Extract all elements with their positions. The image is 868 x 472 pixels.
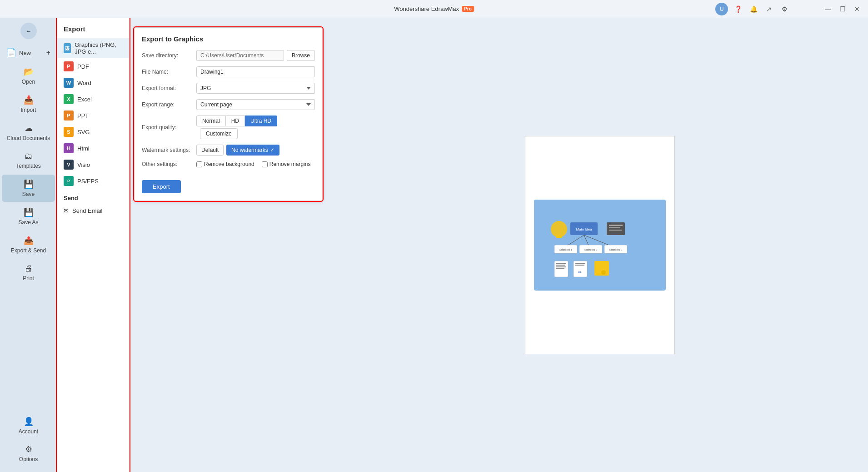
sidebar-item-import[interactable]: 📥 Import [2, 90, 55, 118]
file-name-input[interactable] [196, 66, 315, 77]
preview-area: Main Idea Subtopic 1 Subtopic 2 [332, 18, 868, 472]
settings-icon[interactable]: ⚙ [778, 3, 791, 15]
graphics-label: Graphics (PNG, JPG e... [75, 41, 122, 55]
visio-label: Visio [77, 161, 90, 168]
save-as-icon: 💾 [24, 207, 34, 217]
remove-margins-option[interactable]: Remove margins [262, 161, 311, 167]
sidebar-item-save-as[interactable]: 💾 Save As [2, 203, 55, 230]
minimize-button[interactable]: — [822, 3, 834, 15]
svg-text:Subtopic 2: Subtopic 2 [584, 248, 598, 251]
sidebar-item-new[interactable]: 📄 New + [2, 44, 55, 61]
format-item-svg[interactable]: S SVG [57, 124, 129, 140]
other-settings-row: Other settings: Remove background Remove… [142, 161, 315, 167]
watermark-none-button[interactable]: No watermarks ✓ [226, 145, 279, 156]
format-item-word[interactable]: W Word [57, 75, 129, 91]
watermark-row: Watermark settings: Default No watermark… [142, 145, 315, 156]
export-button[interactable]: Export [142, 180, 181, 193]
file-name-row: File Name: [142, 66, 315, 77]
close-button[interactable]: ✕ [851, 3, 863, 15]
html-format-icon: H [64, 143, 74, 153]
file-name-label: File Name: [142, 69, 196, 75]
format-item-ppt[interactable]: P PPT [57, 107, 129, 124]
back-button[interactable]: ← [20, 23, 37, 39]
format-item-graphics[interactable]: 🖼 Graphics (PNG, JPG e... [57, 38, 129, 58]
new-icon: 📄 [6, 48, 16, 58]
svg-text:Subtopic 1: Subtopic 1 [559, 248, 573, 251]
svg-point-28 [601, 270, 606, 275]
share-icon[interactable]: ↗ [763, 3, 775, 15]
pdf-label: PDF [77, 63, 89, 70]
svg-rect-20 [556, 265, 565, 266]
sidebar-print-label: Print [23, 275, 34, 281]
other-settings-options: Remove background Remove margins [196, 161, 315, 167]
sidebar-item-open[interactable]: 📂 Open [2, 62, 55, 90]
html-label: Html [77, 145, 90, 152]
save-directory-input-group: Browse [196, 50, 315, 61]
send-email-item[interactable]: ✉ Send Email [57, 204, 129, 217]
sidebar-save-as-label: Save As [18, 219, 38, 226]
export-range-select[interactable]: Current page All pages [196, 99, 315, 110]
options-icon: ⚙ [25, 444, 32, 454]
export-format-label: Export format: [142, 85, 196, 91]
word-label: Word [77, 80, 91, 86]
format-item-pseps[interactable]: P PS/EPS [57, 173, 129, 189]
sidebar-item-save[interactable]: 💾 Save [2, 175, 55, 202]
ppt-format-icon: P [64, 110, 74, 121]
sidebar-item-print[interactable]: 🖨 Print [2, 259, 55, 286]
customize-button[interactable]: Customize [200, 128, 238, 139]
save-directory-input[interactable] [196, 50, 284, 61]
sidebar-item-account[interactable]: 👤 Account [2, 412, 55, 439]
app-title: Wondershare EdrawMax Pro [394, 5, 474, 12]
watermark-label: Watermark settings: [142, 147, 196, 153]
quality-hd-button[interactable]: HD [226, 115, 245, 126]
sidebar-export-label: Export & Send [11, 247, 46, 254]
format-item-pdf[interactable]: P PDF [57, 58, 129, 75]
user-avatar[interactable]: U [715, 3, 728, 15]
export-format-select[interactable]: JPG PNG BMP GIF [196, 83, 315, 94]
watermark-none-label: No watermarks [231, 147, 268, 153]
save-icon: 💾 [24, 179, 34, 189]
sidebar-item-cloud[interactable]: ☁ Cloud Documents [2, 119, 55, 146]
other-settings-control: Remove background Remove margins [196, 161, 315, 167]
format-item-visio[interactable]: V Visio [57, 156, 129, 173]
export-range-row: Export range: Current page All pages [142, 99, 315, 110]
sidebar-item-options[interactable]: ⚙ Options [2, 440, 55, 467]
watermark-default-button[interactable]: Default [196, 145, 224, 156]
pdf-format-icon: P [64, 61, 74, 71]
svg-rect-21 [556, 266, 566, 267]
help-icon[interactable]: ❓ [732, 3, 744, 15]
remove-margins-checkbox[interactable] [262, 161, 268, 167]
ppt-label: PPT [77, 112, 89, 119]
visio-format-icon: V [64, 160, 74, 170]
app-name: Wondershare EdrawMax [394, 5, 459, 12]
export-panel-title: Export [57, 25, 129, 38]
import-icon: 📥 [24, 95, 34, 105]
quality-ultrahd-button[interactable]: Ultra HD [245, 115, 277, 126]
sidebar-item-templates[interactable]: 🗂 Templates [2, 147, 55, 174]
save-directory-control: Browse [196, 50, 315, 61]
quality-normal-button[interactable]: Normal [196, 115, 226, 126]
excel-format-icon: X [64, 94, 74, 104]
browse-button[interactable]: Browse [287, 50, 315, 61]
sidebar: ← 📄 New + 📂 Open 📥 Import ☁ Cloud Docume… [0, 18, 57, 472]
other-settings-label: Other settings: [142, 161, 196, 167]
svg-label: SVG [77, 129, 90, 136]
export-quality-label: Export quality: [142, 124, 196, 131]
sidebar-new-label: New [19, 50, 31, 56]
export-panel: Export 🖼 Graphics (PNG, JPG e... P PDF W… [57, 18, 130, 472]
header-icons: ❓ 🔔 ↗ ⚙ [732, 3, 818, 15]
word-format-icon: W [64, 78, 74, 88]
format-item-excel[interactable]: X Excel [57, 91, 129, 107]
excel-label: Excel [77, 96, 92, 103]
svg-rect-8 [609, 230, 622, 231]
remove-margins-label: Remove margins [269, 161, 311, 167]
remove-background-option[interactable]: Remove background [196, 161, 254, 167]
remove-background-checkbox[interactable] [196, 161, 202, 167]
sidebar-item-export-send[interactable]: 📤 Export & Send [2, 231, 55, 258]
format-item-html[interactable]: H Html [57, 140, 129, 156]
maximize-button[interactable]: ❐ [836, 3, 849, 15]
export-range-control: Current page All pages [196, 99, 315, 110]
watermark-control: Default No watermarks ✓ [196, 145, 315, 156]
new-plus-icon[interactable]: + [46, 49, 50, 57]
notification-icon[interactable]: 🔔 [747, 3, 760, 15]
